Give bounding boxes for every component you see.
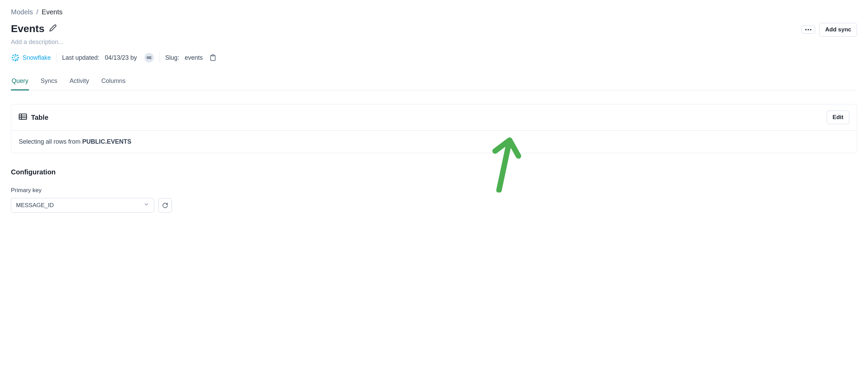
query-body-prefix: Selecting all rows from: [19, 138, 82, 145]
breadcrumb: Models / Events: [11, 8, 857, 16]
tab-activity[interactable]: Activity: [69, 75, 90, 90]
breadcrumb-current: Events: [42, 8, 62, 16]
svg-point-5: [15, 54, 16, 55]
copy-slug-button[interactable]: [209, 54, 216, 61]
refresh-primary-key-button[interactable]: [158, 198, 172, 213]
refresh-icon: [162, 202, 168, 208]
more-horizontal-icon: [805, 29, 811, 30]
svg-point-6: [15, 60, 16, 61]
page-title: Events: [11, 23, 44, 34]
tab-query[interactable]: Query: [11, 75, 29, 90]
svg-point-10: [17, 59, 18, 60]
query-card-title: Table: [31, 114, 48, 121]
source-link[interactable]: Snowflake: [11, 53, 51, 62]
svg-point-1: [808, 29, 809, 30]
last-updated-value: 04/13/23 by: [105, 54, 137, 61]
query-card-body: Selecting all rows from PUBLIC.EVENTS: [11, 131, 857, 153]
tabs: Query Syncs Activity Columns: [11, 74, 857, 90]
query-body-table-name: PUBLIC.EVENTS: [82, 138, 131, 145]
tab-syncs[interactable]: Syncs: [40, 75, 58, 90]
svg-rect-11: [212, 55, 214, 56]
edit-query-button[interactable]: Edit: [827, 111, 849, 124]
primary-key-select[interactable]: MESSAGE_ID: [11, 198, 154, 213]
breadcrumb-separator: /: [36, 8, 38, 16]
svg-point-3: [12, 57, 13, 58]
svg-point-7: [12, 55, 14, 56]
configuration-section-title: Configuration: [11, 168, 857, 176]
table-icon: [19, 114, 27, 121]
svg-point-0: [805, 29, 807, 30]
slug-value: events: [185, 54, 203, 61]
primary-key-label: Primary key: [11, 187, 857, 194]
query-card: Table Edit Selecting all rows from PUBLI…: [11, 104, 857, 153]
snowflake-icon: [11, 53, 20, 62]
primary-key-value: MESSAGE_ID: [16, 202, 54, 209]
divider: [159, 53, 160, 63]
more-actions-button[interactable]: [801, 26, 815, 34]
description-placeholder[interactable]: Add a description...: [11, 39, 857, 46]
svg-point-4: [18, 57, 19, 58]
divider: [56, 53, 57, 63]
svg-point-9: [12, 59, 14, 60]
svg-point-8: [17, 55, 18, 56]
tab-columns[interactable]: Columns: [101, 75, 126, 90]
slug-label: Slug:: [165, 54, 179, 61]
clipboard-icon: [209, 54, 216, 61]
svg-rect-12: [19, 114, 27, 119]
breadcrumb-parent-link[interactable]: Models: [11, 8, 33, 16]
chevron-down-icon: [144, 202, 149, 209]
svg-point-2: [810, 29, 811, 30]
add-sync-button[interactable]: Add sync: [819, 23, 857, 37]
edit-title-icon[interactable]: [49, 24, 57, 33]
source-name: Snowflake: [23, 54, 51, 61]
last-updated-label: Last updated:: [62, 54, 99, 61]
updater-avatar: ME: [144, 53, 154, 62]
